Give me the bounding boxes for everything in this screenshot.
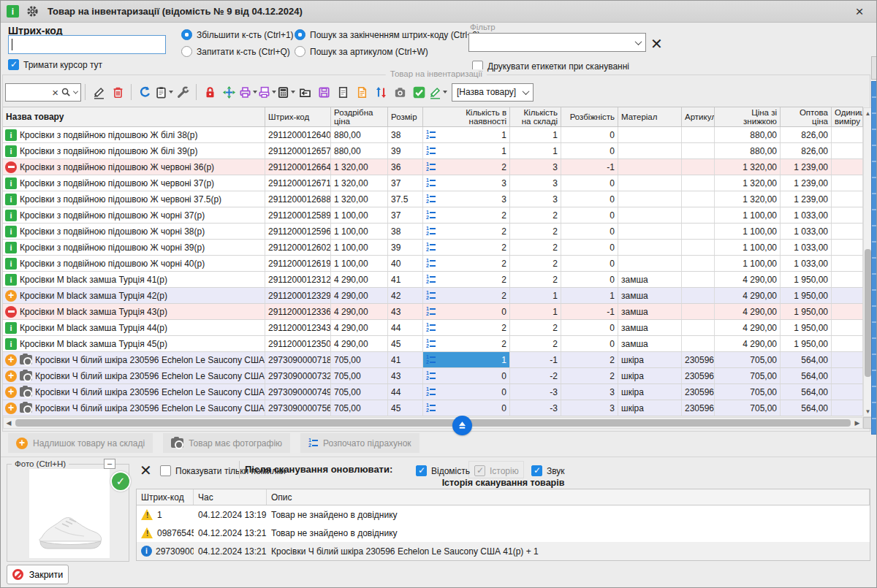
cell-unit[interactable] — [832, 368, 863, 383]
cell-size[interactable]: 43 — [388, 368, 423, 383]
cell-diff[interactable]: 0 — [561, 191, 618, 207]
cell-wholesale[interactable]: 1 033,00 — [781, 240, 832, 255]
cell-retail[interactable]: 1 100,00 — [331, 256, 388, 271]
cell-size[interactable]: 44 — [388, 384, 423, 400]
cell-stock[interactable]: 1 — [510, 304, 561, 319]
radio-search-article[interactable]: Пошук за артикулом (Ctrl+W) — [295, 46, 428, 57]
cell-retail[interactable]: 1 100,00 — [331, 224, 388, 239]
column-header-article[interactable]: Артикул — [682, 107, 715, 126]
table-row[interactable]: iКросівки з подвійною підошвою Ж білі 39… — [3, 143, 863, 159]
delete-trash-button[interactable] — [108, 83, 127, 102]
cell-barcode[interactable]: 2911200012640 — [265, 127, 331, 142]
cell-diff[interactable]: 0 — [561, 224, 618, 239]
cell-size[interactable]: 38 — [388, 224, 423, 239]
cell-barcode[interactable]: 2911200012343 — [265, 320, 331, 335]
table-row[interactable]: iКросівки М black замша Турція 41(р)2911… — [3, 272, 863, 288]
cell-unit[interactable] — [832, 272, 863, 287]
cell-wholesale[interactable]: 826,00 — [781, 127, 832, 142]
cell-article[interactable] — [682, 207, 715, 223]
cell-retail[interactable]: 1 320,00 — [331, 159, 388, 175]
cell-diff[interactable]: 0 — [561, 175, 618, 191]
dropdown-caret-icon[interactable] — [443, 91, 447, 93]
cell-material[interactable] — [618, 191, 682, 207]
cell-name[interactable]: iКросівки М black замша Турція 44(р) — [3, 320, 265, 335]
cell-wholesale[interactable]: 1 033,00 — [781, 224, 832, 239]
cell-discount[interactable]: 1 320,00 — [715, 159, 781, 175]
cell-qty-available[interactable]: 123 — [423, 175, 510, 191]
edit-green-button[interactable] — [428, 83, 447, 102]
cell-stock[interactable]: 2 — [510, 207, 561, 223]
cell-name[interactable]: iКросівки М black замша Турція 45(р) — [3, 336, 265, 351]
column-header-name[interactable]: Назва товару — [3, 107, 265, 126]
cell-article[interactable] — [682, 191, 715, 207]
scroll-right-arrow[interactable]: ▶ — [852, 419, 862, 427]
close-button[interactable]: Закрити — [7, 565, 69, 584]
cell-article[interactable] — [682, 143, 715, 159]
cell-name[interactable]: iКросівки з подвійною підошвою Ж червоні… — [3, 191, 265, 207]
cell-unit[interactable] — [832, 400, 863, 416]
cell-article[interactable] — [682, 127, 715, 142]
cell-discount[interactable]: 1 100,00 — [715, 256, 781, 271]
cell-size[interactable]: 38 — [388, 127, 423, 142]
move-arrows-button[interactable] — [219, 83, 238, 102]
cell-qty-available[interactable]: 122 — [423, 256, 510, 271]
cell-article[interactable] — [682, 320, 715, 335]
cell-qty-available[interactable]: 121 — [423, 143, 510, 159]
search-icon[interactable] — [61, 87, 72, 98]
column-header-size[interactable]: Розмір — [388, 107, 423, 126]
cell-article[interactable] — [682, 288, 715, 303]
cell-wholesale[interactable]: 826,00 — [781, 143, 832, 159]
cell-size[interactable]: 40 — [388, 256, 423, 271]
cell-qty-available[interactable]: 122 — [423, 272, 510, 287]
cell-barcode[interactable]: 2911200012657 — [265, 143, 331, 159]
cell-wholesale[interactable]: 564,00 — [781, 368, 832, 383]
clear-history-button[interactable]: ✕ — [140, 463, 152, 478]
table-row[interactable]: Кросівки М black замша Турція 43(р)29112… — [3, 304, 863, 320]
vertical-scroll-thumb[interactable] — [865, 249, 871, 377]
radio-ask-qty[interactable]: Запитати к-сть (Ctrl+Q) — [181, 46, 290, 57]
cell-barcode[interactable]: 2973090000732 — [265, 368, 331, 383]
cell-name[interactable]: Кросівки з подвійною підошвою Ж червоні … — [3, 159, 265, 175]
table-row[interactable]: Кросівки Ч білий шкіра 230596 Echelon Le… — [3, 400, 863, 416]
cell-discount[interactable]: 705,00 — [715, 368, 781, 383]
column-header-material[interactable]: Матеріал — [618, 107, 682, 126]
table-row[interactable]: iКросівки з подвійною підошвою Ж білі 38… — [3, 127, 863, 143]
cell-retail[interactable]: 705,00 — [331, 352, 388, 367]
cell-size[interactable]: 43 — [388, 304, 423, 319]
cell-stock[interactable]: -1 — [510, 352, 561, 367]
cell-name[interactable]: iКросівки М black замша Турція 41(р) — [3, 272, 265, 287]
cell-discount[interactable]: 1 100,00 — [715, 240, 781, 255]
splitter-grip[interactable] — [871, 56, 877, 80]
table-row[interactable]: iКросівки з подвійною підошвою Ж чорні 3… — [3, 224, 863, 240]
cell-wholesale[interactable]: 1 239,00 — [781, 175, 832, 191]
cell-discount[interactable]: 4 290,00 — [715, 272, 781, 287]
table-row[interactable]: Кросівки Ч білий шкіра 230596 Echelon Le… — [3, 368, 863, 384]
cell-discount[interactable]: 1 100,00 — [715, 207, 781, 223]
cell-stock[interactable]: -2 — [510, 368, 561, 383]
collapse-panel-button[interactable] — [452, 416, 472, 435]
horizontal-scrollbar[interactable]: ◀ ▶ — [3, 417, 863, 429]
history-row[interactable]: 104.12.2024 13:19:56Товар не знайдено в … — [137, 505, 870, 524]
cell-article[interactable] — [682, 159, 715, 175]
cell-wholesale[interactable]: 564,00 — [781, 384, 832, 400]
cell-name[interactable]: iКросівки з подвійною підошвою Ж білі 38… — [3, 127, 265, 142]
collapsed-side-panel[interactable] — [871, 81, 877, 435]
cell-barcode[interactable]: 2911200012688 — [265, 191, 331, 207]
cell-barcode[interactable]: 2911200012596 — [265, 224, 331, 239]
cell-diff[interactable]: -1 — [561, 304, 618, 319]
cell-discount[interactable]: 880,00 — [715, 143, 781, 159]
cell-size[interactable]: 36 — [388, 159, 423, 175]
cell-retail[interactable]: 880,00 — [331, 143, 388, 159]
cell-name[interactable]: Кросівки М black замша Турція 43(р) — [3, 304, 265, 319]
cell-retail[interactable]: 1 320,00 — [331, 175, 388, 191]
horizontal-scroll-thumb[interactable] — [15, 419, 851, 427]
cell-qty-available[interactable]: 120 — [423, 304, 510, 319]
cell-wholesale[interactable]: 1 950,00 — [781, 320, 832, 335]
print-page-button[interactable] — [257, 83, 276, 102]
cell-barcode[interactable]: 2973090000756 — [265, 400, 331, 416]
cell-discount[interactable]: 4 290,00 — [715, 336, 781, 351]
cell-wholesale[interactable]: 1 239,00 — [781, 191, 832, 207]
cell-size[interactable]: 39 — [388, 143, 423, 159]
cell-name[interactable]: Кросівки М black замша Турція 42(р) — [3, 288, 265, 303]
cell-qty-available[interactable]: 122 — [423, 224, 510, 239]
